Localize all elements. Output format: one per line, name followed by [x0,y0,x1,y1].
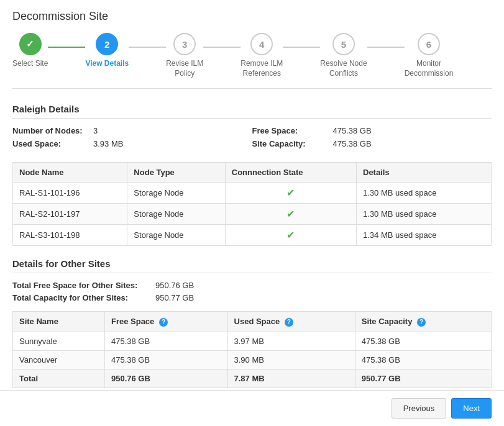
connector-1-2 [48,47,85,48]
nodes-count-label: Number of Nodes: [12,126,93,135]
connection-state: ✔ [225,183,356,204]
connector-2-3 [129,47,166,48]
raleigh-details-left: Number of Nodes: 3 Used Space: 3.93 MB [12,126,252,152]
footer: Previous Next [0,390,504,426]
col-used-space-header: Used Space ? [227,312,355,332]
total-capacity-value: 950.77 GB [155,293,194,302]
used-space-row: Used Space: 3.93 MB [12,139,252,148]
total-free-space-row: Total Free Space for Other Sites: 950.76… [12,281,492,290]
next-button[interactable]: Next [451,398,492,419]
site-free-space: 475.38 GB [104,350,227,369]
step-1-label: Select Site [12,59,48,69]
step-5-circle: 5 [332,33,355,55]
col-connection-state: Connnection State [225,163,356,183]
used-space-info-icon[interactable]: ? [285,318,293,327]
node-type: Storage Node [127,183,225,204]
col-node-name: Node Name [13,163,127,183]
total-free-space-label: Total Free Space for Other Sites: [12,281,155,290]
site-name: Sunnyvale [13,332,105,350]
step-5-label: Resolve NodeConflicts [320,59,367,78]
site-capacity-label: Site Capacity: [252,139,333,148]
node-name: RAL-S3-101-198 [13,225,127,246]
site-capacity-value: 475.38 GB [333,139,372,148]
check-icon: ✔ [232,187,350,199]
total-capacity-label: Total Capacity for Other Sites: [12,293,155,302]
step-6-circle: 6 [418,33,440,55]
check-icon: ✔ [232,229,350,241]
step-3: 3 Revise ILMPolicy [166,33,203,78]
used-space-label: Used Space: [12,139,93,148]
site-free-space: 475.38 GB [104,332,227,350]
col-details: Details [357,163,492,183]
site-used-space: 3.97 MB [227,332,355,350]
node-details: 1.34 MB used space [357,225,492,246]
total-capacity-row: Total Capacity for Other Sites: 950.77 G… [12,293,492,302]
step-3-label: Revise ILMPolicy [166,59,203,78]
site-name: Vancouver [13,350,105,369]
raleigh-details-right: Free Space: 475.38 GB Site Capacity: 475… [252,126,492,152]
site-capacity: 475.38 GB [355,332,491,350]
col-site-capacity-header: Site Capacity ? [355,312,491,332]
col-free-space-header: Free Space ? [104,312,227,332]
other-sites-details: Total Free Space for Other Sites: 950.76… [12,281,492,302]
other-sites-title: Details for Other Sites [12,258,492,273]
node-details: 1.30 MB used space [357,183,492,204]
step-4-label: Remove ILMReferences [241,59,283,78]
total-used-space: 7.87 MB [227,369,355,387]
total-capacity: 950.77 GB [355,369,491,387]
step-2: 2 View Details [85,33,129,69]
table-row: Sunnyvale 475.38 GB 3.97 MB 475.38 GB [13,332,492,350]
node-name: RAL-S1-101-196 [13,183,127,204]
step-4: 4 Remove ILMReferences [241,33,283,78]
col-node-type: Node Type [127,163,225,183]
table-row: RAL-S2-101-197 Storage Node ✔ 1.30 MB us… [13,204,492,225]
node-type: Storage Node [127,225,225,246]
nodes-count-value: 3 [93,126,98,135]
free-space-info-icon[interactable]: ? [159,318,168,327]
table-row: RAL-S1-101-196 Storage Node ✔ 1.30 MB us… [13,183,492,204]
total-label: Total [13,369,105,387]
check-icon: ✔ [232,208,350,220]
table-row: Vancouver 475.38 GB 3.90 MB 475.38 GB [13,350,492,369]
step-1: ✓ Select Site [12,33,48,69]
step-2-label: View Details [85,59,129,69]
connector-3-4 [203,47,241,48]
page-title: Decommission Site [12,10,492,23]
step-5: 5 Resolve NodeConflicts [320,33,367,78]
free-space-value: 475.38 GB [333,126,372,135]
nodes-table: Node Name Node Type Connnection State De… [12,162,492,246]
step-3-circle: 3 [173,33,196,55]
free-space-row: Free Space: 475.38 GB [252,126,492,135]
total-row: Total 950.76 GB 7.87 MB 950.77 GB [13,369,492,387]
table-row: RAL-S3-101-198 Storage Node ✔ 1.34 MB us… [13,225,492,246]
total-free-space-value: 950.76 GB [155,281,194,290]
sites-table: Site Name Free Space ? Used Space ? Site… [12,311,492,388]
node-type: Storage Node [127,204,225,225]
step-6: 6 MonitorDecommission [405,33,454,78]
connector-5-6 [367,47,405,48]
site-used-space: 3.90 MB [227,350,355,369]
site-capacity-row: Site Capacity: 475.38 GB [252,139,492,148]
connector-4-5 [283,47,320,48]
connection-state: ✔ [225,225,356,246]
free-space-label: Free Space: [252,126,333,135]
node-name: RAL-S2-101-197 [13,204,127,225]
used-space-value: 3.93 MB [93,139,123,148]
previous-button[interactable]: Previous [392,398,447,419]
step-6-label: MonitorDecommission [405,59,454,78]
connection-state: ✔ [225,204,356,225]
col-site-name: Site Name [13,312,105,332]
step-2-circle: 2 [96,33,118,55]
site-capacity-info-icon[interactable]: ? [417,318,426,327]
step-1-circle: ✓ [19,33,42,55]
raleigh-details-grid: Number of Nodes: 3 Used Space: 3.93 MB F… [12,126,492,152]
stepper: ✓ Select Site 2 View Details 3 Revise IL… [12,33,492,89]
total-free-space: 950.76 GB [104,369,227,387]
raleigh-section-title: Raleigh Details [12,104,492,119]
step-4-circle: 4 [250,33,273,55]
node-details: 1.30 MB used space [357,204,492,225]
other-sites-section: Details for Other Sites Total Free Space… [12,258,492,388]
nodes-count-row: Number of Nodes: 3 [12,126,252,135]
site-capacity: 475.38 GB [355,350,491,369]
raleigh-section: Raleigh Details Number of Nodes: 3 Used … [12,104,492,246]
